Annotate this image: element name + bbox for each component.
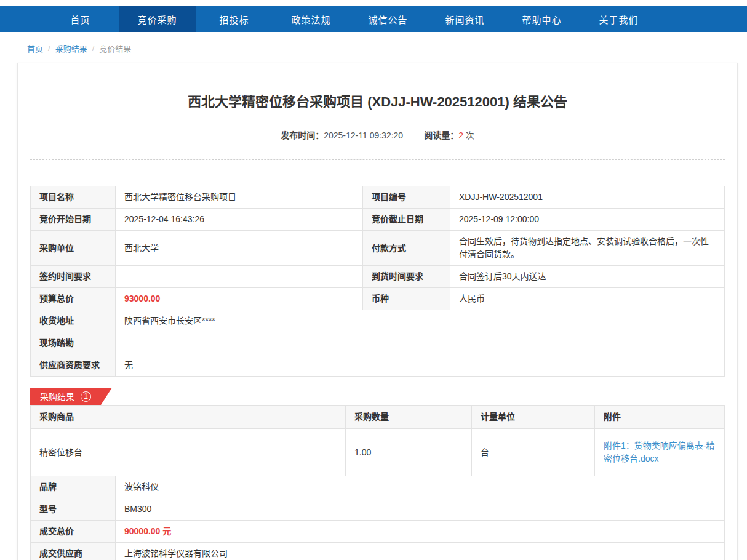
column-header-unit: 计量单位 — [472, 406, 595, 429]
field-label: 竞价开始日期 — [31, 209, 116, 231]
view-count-label: 阅读量： — [424, 130, 458, 140]
field-value: 人民币 — [450, 288, 725, 310]
field-label: 品牌 — [31, 476, 116, 498]
nav-item-tender[interactable]: 招投标 — [196, 6, 273, 32]
field-value: 无 — [116, 354, 725, 377]
breadcrumb-separator: / — [92, 44, 95, 53]
field-value: 西北大学 — [116, 231, 363, 266]
product-name: 精密位移台 — [31, 429, 346, 476]
field-value: 2025-12-09 12:00:00 — [450, 209, 725, 231]
table-row: 采购单位 西北大学 付款方式 合同生效后，待货物到达指定地点、安装调试验收合格后… — [31, 231, 725, 266]
attachment-link[interactable]: 附件1：货物类响应偏离表-精密位移台.docx — [604, 441, 714, 463]
table-row: 型号 BM300 — [31, 498, 725, 521]
table-row: 供应商资质要求 无 — [31, 354, 725, 377]
field-value: 西北大学精密位移台采购项目 — [116, 186, 363, 209]
field-label: 付款方式 — [363, 231, 450, 266]
column-header-attachment: 附件 — [595, 406, 725, 429]
field-label: 预算总价 — [31, 288, 116, 310]
table-row: 签约时间要求 到货时间要求 合同签订后30天内送达 — [31, 266, 725, 288]
nav-item-home[interactable]: 首页 — [42, 6, 119, 32]
field-label: 签约时间要求 — [31, 266, 116, 288]
table-row: 收货地址 陕西省西安市长安区**** — [31, 310, 725, 332]
nav-item-policy[interactable]: 政策法规 — [273, 6, 350, 32]
column-header-product: 采购商品 — [31, 406, 346, 429]
column-header-quantity: 采购数量 — [346, 406, 472, 429]
field-label: 竞价截止日期 — [363, 209, 450, 231]
table-row: 成交供应商 上海波铭科学仪器有限公司 — [31, 543, 725, 560]
table-row: 竞价开始日期 2025-12-04 16:43:26 竞价截止日期 2025-1… — [31, 209, 725, 231]
field-value: 合同生效后，待货物到达指定地点、安装调试验收合格后，一次性付清合同货款。 — [450, 231, 725, 266]
field-value: 波铭科仪 — [116, 476, 725, 498]
result-item-row: 精密位移台 1.00 台 附件1：货物类响应偏离表-精密位移台.docx — [31, 429, 725, 476]
field-label: 型号 — [31, 498, 116, 521]
result-detail-table: 品牌 波铭科仪 型号 BM300 成交总价 90000.00 元 成交供应商 上… — [30, 476, 725, 560]
field-value — [116, 332, 725, 354]
nav-item-bidding-purchase[interactable]: 竞价采购 — [119, 6, 196, 32]
publish-time-value: 2025-12-11 09:32:20 — [324, 130, 403, 140]
view-count-value: 2 — [458, 130, 463, 140]
breadcrumb-bidding-results: 竞价结果 — [99, 42, 131, 54]
breadcrumb-separator: / — [48, 44, 50, 53]
nav-item-integrity-notice[interactable]: 诚信公告 — [350, 6, 426, 32]
field-label: 现场踏勘 — [31, 332, 116, 354]
attachment-cell: 附件1：货物类响应偏离表-精密位移台.docx — [595, 429, 725, 476]
field-value: 上海波铭科学仪器有限公司 — [116, 543, 725, 560]
field-value: 2025-12-04 16:43:26 — [116, 209, 363, 231]
announcement-title: 西北大学精密位移台采购项目 (XDJJ-HW-202512001) 结果公告 — [30, 93, 725, 111]
field-label: 采购单位 — [31, 231, 116, 266]
table-row: 预算总价 93000.00 币种 人民币 — [31, 288, 725, 310]
content-card: 西北大学精密位移台采购项目 (XDJJ-HW-202512001) 结果公告 发… — [17, 63, 738, 560]
table-row: 现场踏勘 — [31, 332, 725, 354]
budget-total-value: 93000.00 — [116, 288, 363, 310]
top-nav: 首页 竞价采购 招投标 政策法规 诚信公告 新闻资讯 帮助中心 关于我们 — [0, 6, 747, 32]
field-label: 供应商资质要求 — [31, 354, 116, 377]
field-value: 合同签订后30天内送达 — [450, 266, 725, 288]
project-info-table: 项目名称 西北大学精密位移台采购项目 项目编号 XDJJ-HW-20251200… — [30, 186, 725, 377]
field-label: 项目名称 — [31, 186, 116, 209]
deal-total-price: 90000.00 元 — [116, 521, 725, 543]
field-value: BM300 — [116, 498, 725, 521]
table-header-row: 采购商品 采购数量 计量单位 附件 — [31, 406, 725, 429]
table-row: 品牌 波铭科仪 — [31, 476, 725, 498]
nav-item-about-us[interactable]: 关于我们 — [580, 6, 657, 32]
field-label: 收货地址 — [31, 310, 116, 332]
field-label: 币种 — [363, 288, 450, 310]
breadcrumb: 首页 / 采购结果 / 竞价结果 — [0, 32, 747, 63]
breadcrumb-procurement-results[interactable]: 采购结果 — [55, 42, 87, 54]
publish-meta: 发布时间：2025-12-11 09:32:20阅读量：2 次 — [30, 129, 725, 141]
nav-item-help-center[interactable]: 帮助中心 — [503, 6, 580, 32]
field-label: 项目编号 — [363, 186, 450, 209]
field-label: 到货时间要求 — [363, 266, 450, 288]
field-label: 成交总价 — [31, 521, 116, 543]
product-quantity: 1.00 — [346, 429, 472, 476]
result-badge-label: 采购结果 — [40, 390, 74, 402]
result-badge-number: 1 — [81, 391, 91, 402]
publish-time-label: 发布时间： — [281, 130, 324, 140]
table-row: 成交总价 90000.00 元 — [31, 521, 725, 543]
field-value: 陕西省西安市长安区**** — [116, 310, 725, 332]
field-value: XDJJ-HW-202512001 — [450, 186, 725, 209]
breadcrumb-home[interactable]: 首页 — [27, 42, 43, 54]
nav-item-news[interactable]: 新闻资讯 — [426, 6, 503, 32]
result-section-badge: 采购结果 1 — [30, 388, 112, 405]
table-row: 项目名称 西北大学精密位移台采购项目 项目编号 XDJJ-HW-20251200… — [31, 186, 725, 209]
field-value — [116, 266, 363, 288]
result-items-table: 采购商品 采购数量 计量单位 附件 精密位移台 1.00 台 附件1：货物类响应… — [30, 405, 725, 476]
dashed-divider — [30, 159, 725, 160]
product-unit: 台 — [472, 429, 595, 476]
view-count-unit: 次 — [466, 130, 474, 140]
field-label: 成交供应商 — [31, 543, 116, 560]
